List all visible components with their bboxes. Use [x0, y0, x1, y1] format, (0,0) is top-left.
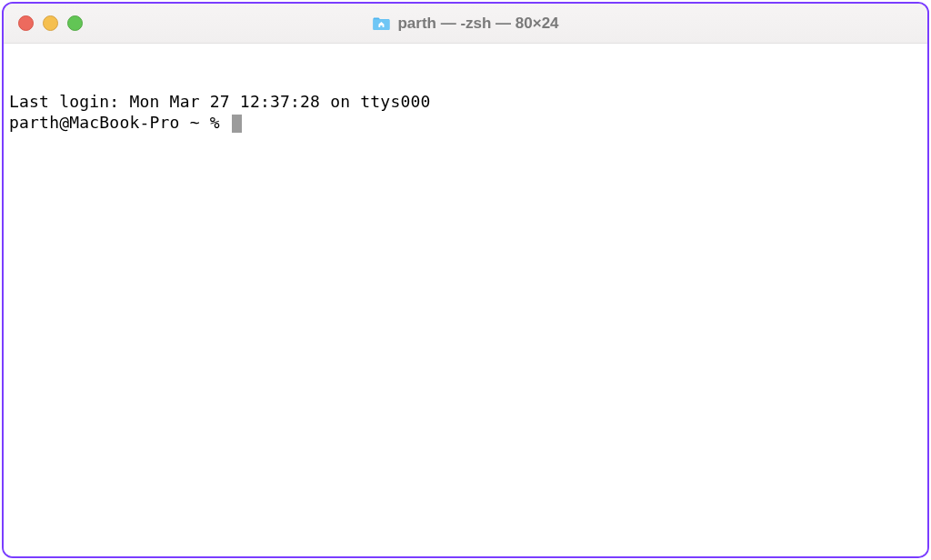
- maximize-button[interactable]: [67, 15, 83, 31]
- window-title: parth — -zsh — 80×24: [397, 15, 558, 33]
- window-title-wrap: parth — -zsh — 80×24: [372, 15, 558, 33]
- minimize-button[interactable]: [43, 15, 58, 31]
- terminal-cursor: [232, 115, 242, 133]
- prompt-text: parth@MacBook-Pro ~ %: [9, 113, 230, 132]
- terminal-body[interactable]: Last login: Mon Mar 27 12:37:28 on ttys0…: [4, 44, 927, 556]
- close-button[interactable]: [18, 15, 34, 31]
- window-titlebar[interactable]: parth — -zsh — 80×24: [4, 4, 927, 44]
- prompt-line: parth@MacBook-Pro ~ %: [9, 113, 922, 134]
- last-login-line: Last login: Mon Mar 27 12:37:28 on ttys0…: [9, 92, 922, 113]
- home-folder-icon: [372, 16, 390, 31]
- traffic-lights: [18, 15, 83, 31]
- terminal-window: parth — -zsh — 80×24 Last login: Mon Mar…: [2, 2, 929, 558]
